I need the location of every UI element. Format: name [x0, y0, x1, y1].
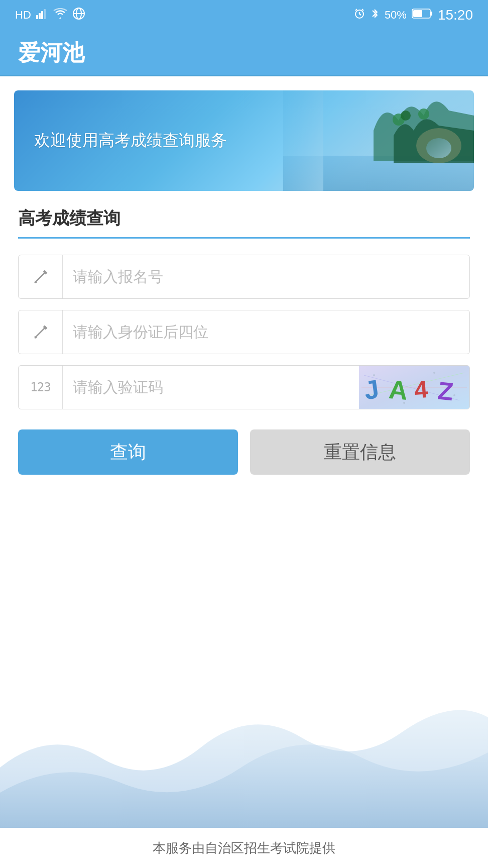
bluetooth-icon: [371, 8, 380, 23]
captcha-image[interactable]: J A 4 Z: [359, 365, 469, 409]
status-left: HD: [15, 7, 85, 23]
registration-input[interactable]: [63, 255, 469, 298]
app-title: 爱河池: [18, 38, 84, 68]
reset-button[interactable]: 重置信息: [250, 429, 470, 475]
svg-line-27: [36, 327, 46, 337]
status-bar: HD: [0, 0, 488, 30]
banner-landscape-svg: [283, 90, 474, 191]
svg-line-10: [355, 9, 357, 11]
wave-svg: [0, 667, 488, 828]
svg-rect-14: [413, 10, 422, 17]
idcard-input[interactable]: [63, 310, 469, 354]
svg-line-23: [36, 272, 46, 282]
svg-point-42: [453, 394, 455, 396]
captcha-number-icon: 123: [19, 366, 63, 409]
pencil-icon-1: [32, 268, 50, 286]
captcha-input-row: 123: [18, 365, 470, 409]
battery-text: 50%: [385, 9, 407, 22]
svg-rect-0: [36, 15, 38, 19]
banner-text: 欢迎使用高考成绩查询服务: [14, 130, 227, 152]
signal-indicator: [36, 8, 48, 22]
footer-text: 本服务由自治区招生考试院提供: [153, 839, 335, 857]
edit-icon-2: [19, 310, 63, 354]
svg-rect-3: [44, 9, 46, 19]
svg-point-41: [433, 372, 435, 374]
section-title: 高考成绩查询: [18, 208, 120, 228]
wifi-indicator: [53, 8, 67, 22]
wave-area: [0, 495, 488, 828]
form-section: 高考成绩查询: [0, 191, 488, 429]
button-row: 查询 重置信息: [0, 429, 488, 475]
svg-rect-2: [41, 11, 43, 19]
idcard-input-row: [18, 310, 470, 354]
status-right: 50% 15:20: [353, 7, 473, 23]
svg-rect-13: [430, 12, 432, 16]
globe-icon: [72, 7, 85, 23]
svg-point-40: [403, 402, 405, 404]
edit-icon-1: [19, 255, 63, 298]
captcha-svg: J A 4 Z: [359, 365, 469, 409]
footer: 本服务由自治区招生考试院提供: [0, 828, 488, 868]
pencil-icon-2: [32, 323, 50, 341]
banner: 欢迎使用高考成绩查询服务: [14, 90, 474, 191]
time-display: 15:20: [438, 7, 473, 23]
hd-indicator: HD: [15, 9, 31, 22]
svg-line-11: [362, 9, 363, 11]
svg-point-39: [373, 374, 375, 376]
section-title-wrap: 高考成绩查询: [18, 207, 470, 239]
svg-point-18: [426, 138, 451, 158]
app-bar: 爱河池: [0, 30, 488, 75]
svg-point-21: [418, 108, 429, 120]
query-button[interactable]: 查询: [18, 429, 238, 475]
svg-line-25: [35, 282, 37, 283]
svg-rect-1: [39, 13, 41, 19]
svg-text:Z: Z: [436, 377, 454, 406]
svg-point-20: [401, 111, 411, 121]
registration-input-row: [18, 255, 470, 299]
svg-text:4: 4: [413, 376, 429, 403]
svg-text:A: A: [388, 375, 409, 405]
svg-rect-22: [283, 90, 323, 191]
main-content: 欢迎使用高考成绩查询服务: [0, 76, 488, 868]
svg-line-9: [359, 14, 361, 15]
svg-line-29: [35, 338, 37, 338]
battery-icon: [412, 8, 433, 22]
captcha-input[interactable]: [63, 366, 359, 409]
alarm-icon: [353, 8, 365, 23]
